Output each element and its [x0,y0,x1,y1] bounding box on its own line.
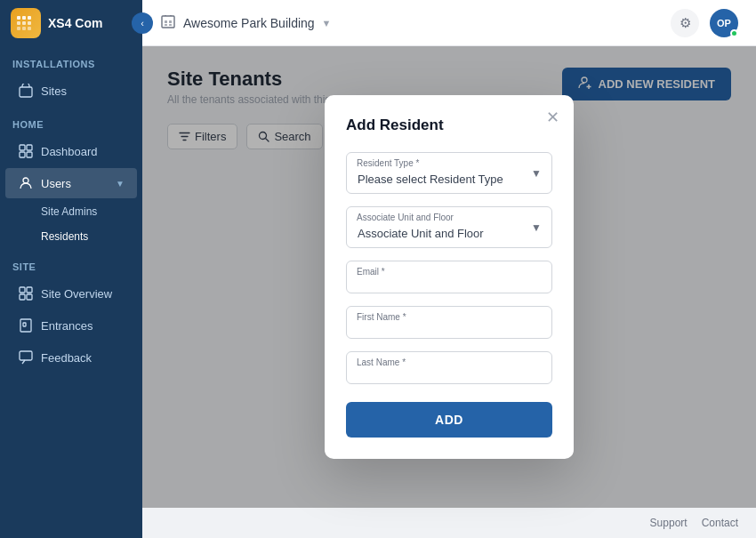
building-selector[interactable]: Awesome Park Building ▼ [160,13,332,32]
modal-title: Add Resident [346,116,552,134]
svg-rect-15 [20,287,25,293]
feedback-icon [18,349,34,365]
svg-rect-13 [27,152,32,157]
sidebar-item-entrances[interactable]: Entrances [5,310,137,341]
sidebar-item-site-overview[interactable]: Site Overview [5,278,137,309]
sidebar: XS4 Com ‹ Installations Sites Home Dashb… [0,0,142,538]
sidebar-item-sites[interactable]: Sites [5,76,137,106]
building-chevron-icon: ▼ [322,18,332,28]
main-area: Awesome Park Building ▼ ⚙ OP Site Tenant… [142,0,756,538]
app-name: XS4 Com [48,16,102,30]
sidebar-subitem-residents[interactable]: Residents [5,225,137,248]
footer: Support Contact [142,508,756,538]
site-overview-icon [18,285,34,301]
svg-rect-4 [22,21,26,25]
page-content: Site Tenants All the tenants associated … [142,46,756,508]
last-name-group: Last Name * [346,351,552,384]
svg-rect-24 [169,20,172,23]
add-resident-modal: Add Resident ✕ Resident Type * Please se… [325,95,574,459]
support-link[interactable]: Support [650,517,688,529]
svg-rect-11 [27,145,32,150]
sidebar-subitem-site-admins[interactable]: Site Admins [5,200,137,223]
first-name-input[interactable] [346,306,552,339]
settings-button[interactable]: ⚙ [671,9,699,37]
entrances-icon [18,317,34,333]
svg-rect-16 [27,287,32,293]
users-icon [18,175,34,191]
avatar-initials: OP [717,18,731,28]
modal-close-button[interactable]: ✕ [546,109,559,125]
section-label-installations: Installations [0,46,142,75]
sidebar-item-dashboard[interactable]: Dashboard [5,136,137,166]
svg-rect-3 [17,21,20,25]
topbar-actions: ⚙ OP [671,9,738,37]
unit-floor-select[interactable]: Associate Unit and Floor [346,206,552,248]
last-name-input[interactable] [346,351,552,384]
svg-rect-1 [22,16,26,20]
sidebar-item-users-label: Users [41,177,116,190]
svg-rect-10 [20,145,25,150]
first-name-group: First Name * [346,306,552,339]
svg-rect-23 [165,20,167,23]
svg-point-14 [23,178,28,183]
svg-rect-6 [17,27,20,30]
sidebar-header: XS4 Com ‹ [0,0,142,46]
section-label-home: Home [0,107,142,135]
svg-rect-2 [28,16,31,20]
sidebar-item-dashboard-label: Dashboard [41,145,125,158]
svg-rect-20 [23,323,26,326]
app-logo [11,8,41,38]
online-indicator [730,29,738,37]
svg-rect-5 [28,21,31,25]
svg-rect-12 [20,152,25,157]
svg-rect-0 [17,16,20,20]
building-name: Awesome Park Building [183,16,315,30]
email-input[interactable] [346,261,552,293]
section-label-site: Site [0,249,142,277]
svg-rect-25 [165,24,167,26]
svg-rect-8 [28,27,31,30]
sidebar-item-site-overview-label: Site Overview [41,287,125,301]
resident-type-group: Resident Type * Please select Resident T… [346,152,552,194]
svg-rect-7 [22,27,26,30]
users-chevron-icon: ▼ [116,179,125,189]
sidebar-item-feedback-label: Feedback [41,351,125,365]
svg-rect-26 [169,24,172,26]
svg-rect-22 [162,16,174,28]
sites-icon [18,83,34,99]
modal-overlay: Add Resident ✕ Resident Type * Please se… [142,46,756,508]
user-avatar[interactable]: OP [710,9,738,37]
sidebar-item-feedback[interactable]: Feedback [5,342,137,373]
dashboard-icon [18,143,34,159]
sidebar-item-entrances-label: Entrances [41,319,125,333]
modal-add-button[interactable]: ADD [346,402,552,438]
svg-rect-18 [27,294,32,300]
resident-type-select[interactable]: Please select Resident Type [346,152,552,194]
topbar: Awesome Park Building ▼ ⚙ OP [142,0,756,46]
contact-link[interactable]: Contact [702,517,738,529]
svg-rect-9 [20,87,32,97]
svg-rect-17 [20,294,25,300]
sidebar-toggle-button[interactable]: ‹ [132,12,153,34]
sidebar-item-sites-label: Sites [41,84,125,98]
svg-rect-21 [20,351,32,360]
unit-floor-group: Associate Unit and Floor Associate Unit … [346,206,552,248]
email-group: Email * [346,261,552,293]
building-icon [160,13,176,32]
sidebar-item-users[interactable]: Users ▼ [5,168,137,198]
